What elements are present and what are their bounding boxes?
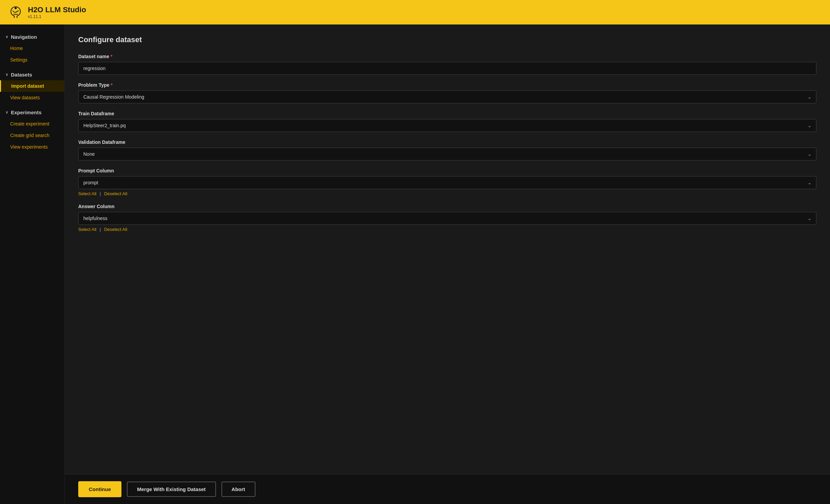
answer-column-links: Select All | Deselect All	[78, 227, 816, 232]
sidebar-item-settings[interactable]: Settings	[0, 54, 64, 66]
svg-point-0	[15, 7, 16, 9]
sidebar: ∨ Navigation Home Settings ∨ Datasets Im…	[0, 24, 65, 504]
dataset-name-label: Dataset name *	[78, 54, 816, 59]
chevron-down-icon: ∨	[5, 35, 8, 39]
nav-section-datasets: ∨ Datasets Import dataset View datasets	[0, 69, 64, 103]
sidebar-item-view-experiments[interactable]: View experiments	[0, 141, 64, 153]
main-layout: ∨ Navigation Home Settings ∨ Datasets Im…	[0, 24, 830, 504]
sidebar-item-create-grid-search[interactable]: Create grid search	[0, 130, 64, 141]
nav-section-experiments: ∨ Experiments Create experiment Create g…	[0, 107, 64, 153]
form-section-answer-column: Answer Column helpfulness prompt coheren…	[78, 204, 816, 232]
sidebar-item-create-experiment[interactable]: Create experiment	[0, 118, 64, 130]
required-star: *	[111, 82, 113, 88]
page-title: Configure dataset	[78, 35, 816, 44]
nav-section-experiments-label: Experiments	[11, 110, 42, 115]
sidebar-item-import-dataset[interactable]: Import dataset	[0, 80, 64, 92]
answer-column-select[interactable]: helpfulness prompt coherence	[78, 212, 816, 225]
abort-button[interactable]: Abort	[221, 482, 255, 497]
form-section-train-dataframe: Train Dataframe HelpSteer2_train.pq None…	[78, 111, 816, 132]
app-name: H2O LLM Studio	[28, 5, 86, 14]
sidebar-item-home[interactable]: Home	[0, 43, 64, 54]
prompt-column-select-wrapper: prompt helpfulness coherence ⌄	[78, 176, 816, 189]
validation-dataframe-select-wrapper: None HelpSteer2_train.pq ⌄	[78, 148, 816, 161]
nav-section-navigation-label: Navigation	[11, 34, 37, 40]
train-dataframe-select-wrapper: HelpSteer2_train.pq None ⌄	[78, 119, 816, 132]
app-header: H2O LLM Studio v1.11.1	[0, 0, 830, 24]
nav-section-navigation: ∨ Navigation Home Settings	[0, 31, 64, 66]
problem-type-select[interactable]: Causal Regression Modeling Causal Langua…	[78, 90, 816, 103]
nav-section-navigation-header[interactable]: ∨ Navigation	[0, 31, 64, 43]
problem-type-select-wrapper: Causal Regression Modeling Causal Langua…	[78, 90, 816, 103]
chevron-down-icon: ∨	[5, 72, 8, 77]
form-section-validation-dataframe: Validation Dataframe None HelpSteer2_tra…	[78, 139, 816, 161]
footer-bar: Continue Merge With Existing Dataset Abo…	[65, 474, 830, 504]
main-content: Configure dataset Dataset name * Problem…	[65, 24, 830, 504]
merge-button[interactable]: Merge With Existing Dataset	[127, 482, 216, 497]
prompt-column-select[interactable]: prompt helpfulness coherence	[78, 176, 816, 189]
validation-dataframe-select[interactable]: None HelpSteer2_train.pq	[78, 148, 816, 161]
sidebar-item-view-datasets[interactable]: View datasets	[0, 92, 64, 103]
train-dataframe-label: Train Dataframe	[78, 111, 816, 116]
form-section-dataset-name: Dataset name *	[78, 54, 816, 75]
nav-section-datasets-label: Datasets	[11, 72, 32, 78]
problem-type-label: Problem Type *	[78, 82, 816, 88]
nav-section-experiments-header[interactable]: ∨ Experiments	[0, 107, 64, 118]
header-title-group: H2O LLM Studio v1.11.1	[28, 5, 86, 19]
answer-column-select-all[interactable]: Select All	[78, 227, 96, 232]
app-logo-icon	[8, 5, 23, 20]
continue-button[interactable]: Continue	[78, 481, 121, 497]
answer-column-deselect-all[interactable]: Deselect All	[104, 227, 127, 232]
content-area: Configure dataset Dataset name * Problem…	[65, 24, 830, 474]
app-version: v1.11.1	[28, 14, 86, 19]
answer-column-select-wrapper: helpfulness prompt coherence ⌄	[78, 212, 816, 225]
dataset-name-input[interactable]	[78, 62, 816, 75]
chevron-down-icon: ∨	[5, 110, 8, 115]
nav-section-datasets-header[interactable]: ∨ Datasets	[0, 69, 64, 80]
train-dataframe-select[interactable]: HelpSteer2_train.pq None	[78, 119, 816, 132]
required-star: *	[111, 54, 112, 59]
prompt-column-select-all[interactable]: Select All	[78, 191, 96, 196]
form-section-prompt-column: Prompt Column prompt helpfulness coheren…	[78, 168, 816, 196]
prompt-column-label: Prompt Column	[78, 168, 816, 173]
answer-column-label: Answer Column	[78, 204, 816, 209]
form-section-problem-type: Problem Type * Causal Regression Modelin…	[78, 82, 816, 103]
validation-dataframe-label: Validation Dataframe	[78, 139, 816, 145]
prompt-column-links: Select All | Deselect All	[78, 191, 816, 196]
prompt-column-deselect-all[interactable]: Deselect All	[104, 191, 127, 196]
